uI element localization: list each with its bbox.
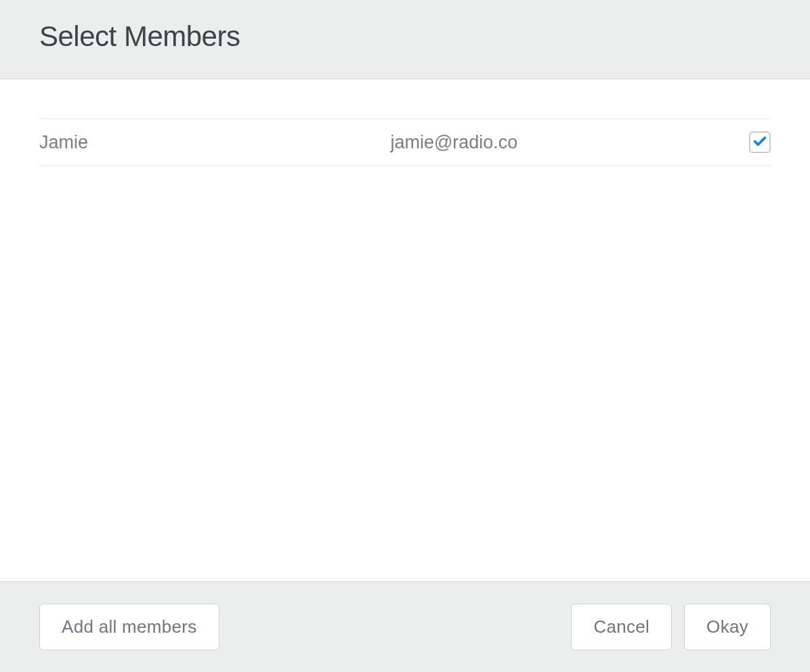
footer-right-actions: Cancel Okay (571, 604, 771, 650)
member-list: Jamie jamie@radio.co (39, 119, 771, 166)
member-name: Jamie (39, 132, 390, 153)
member-checkbox[interactable] (749, 131, 771, 153)
okay-button[interactable]: Okay (684, 604, 771, 650)
dialog-content: Jamie jamie@radio.co (0, 79, 810, 581)
dialog-footer: Add all members Cancel Okay (0, 581, 810, 672)
check-icon (752, 133, 767, 151)
member-email: jamie@radio.co (390, 132, 749, 153)
add-all-members-button[interactable]: Add all members (39, 604, 219, 650)
member-row: Jamie jamie@radio.co (39, 119, 771, 166)
dialog-title: Select Members (39, 20, 771, 53)
cancel-button[interactable]: Cancel (571, 604, 672, 650)
dialog-header: Select Members (0, 0, 810, 79)
